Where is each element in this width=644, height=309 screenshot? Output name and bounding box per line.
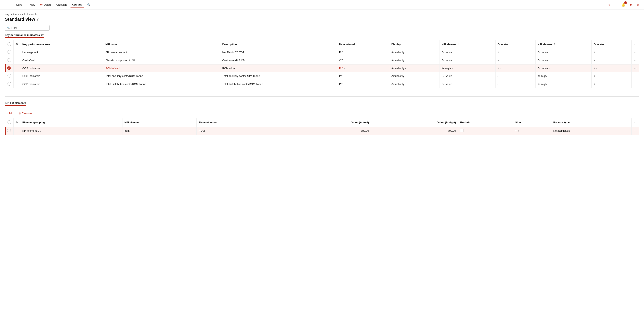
new-icon: + (27, 3, 29, 6)
table-row[interactable]: COS IndicatorsTotal ancillary costs/ROM … (6, 72, 639, 80)
row-operator-2[interactable]: + ∨ (592, 64, 632, 72)
empty-row (6, 88, 639, 96)
row-operator-1: + (495, 48, 535, 56)
row-description: Total ancillary costs/ROM Tonne (220, 72, 337, 80)
refresh-header-icon[interactable]: ↻ (16, 43, 18, 46)
row-kpi-element-1: GL value (440, 72, 496, 80)
elem-row-grouping[interactable]: KPI element 1 ∨ (20, 127, 122, 135)
row-actions-menu[interactable]: ⋯ (632, 56, 639, 64)
list-item[interactable]: KPI element 1 ∨ItemROM780.00700.00+ ∨Not… (6, 127, 639, 135)
row-kpi-element-2: GL value (536, 56, 592, 64)
row-kpi-name: SB Loan covenant (103, 48, 220, 56)
row-description: ROM mined. (220, 64, 337, 72)
save-button[interactable]: ⊞ Save (11, 2, 24, 7)
col-kpiname-header: KPI name (103, 40, 220, 48)
row-kpi-name[interactable]: ROM mined. (103, 64, 220, 72)
row-actions-menu[interactable]: ⋯ (632, 64, 639, 72)
elem-row-select[interactable] (7, 129, 11, 132)
kpi-table: ↻ Key performance area KPI name Descript… (5, 40, 639, 96)
save-icon: ⊞ (13, 3, 15, 6)
elem-col-element-header: KPI element (122, 118, 196, 127)
row-kpi-name-link[interactable]: ROM mined. (106, 67, 120, 70)
row-date-interval: PY (337, 72, 389, 80)
elements-table-wrapper: ↻ Element grouping KPI element Element l… (5, 118, 639, 143)
elem-row-lookup: ROM (196, 127, 288, 135)
table-row[interactable]: Cash CostDiesel costs posted to GLCost f… (6, 56, 639, 64)
page-content: Key performance indicators list Standard… (0, 10, 644, 309)
elem-col-grouping-header: Element grouping (20, 118, 122, 127)
row-select-checkbox[interactable]: ✓ (7, 66, 11, 70)
options-button[interactable]: Options (70, 2, 84, 7)
sign-dropdown[interactable]: ∨ (518, 130, 519, 132)
delete-button[interactable]: 🗑 Delete (38, 2, 54, 7)
kpi-element-1-value: Item qty (442, 67, 451, 70)
add-button[interactable]: + Add (5, 111, 14, 116)
elem-grouping-value: KPI element 1 (22, 129, 39, 132)
row-select-checkbox[interactable] (8, 74, 11, 77)
row-actions-menu[interactable]: ⋯ (632, 72, 639, 80)
row-kpi-element-1[interactable]: Item qty ∨ (440, 64, 496, 72)
table-row[interactable]: COS IndicatorsTotal distribution costs/R… (6, 80, 639, 88)
module-icon[interactable]: ⊟ (613, 2, 619, 8)
calculate-button[interactable]: Calculate (54, 2, 69, 7)
col-select-header (6, 40, 14, 48)
elem-grouping-dropdown[interactable]: ∨ (40, 130, 41, 132)
row-operator-2: + (592, 56, 632, 64)
window-icon[interactable]: ⧉ (635, 2, 641, 8)
diamond-icon[interactable]: ◇ (606, 2, 612, 8)
table-row[interactable]: ✓COS IndicatorsROM mined.ROM mined.PY ∨A… (6, 64, 639, 72)
kpi-elements-section-title-wrapper: KPI list elements (5, 101, 639, 108)
row-date-interval[interactable]: PY ∨ (337, 64, 389, 72)
col-description-header: Description (220, 40, 337, 48)
refresh-icon[interactable]: ↻ (628, 2, 634, 8)
elem-row-sign[interactable]: + ∨ (513, 127, 551, 135)
col-kpa-header: Key performance area (20, 40, 103, 48)
table-row[interactable]: Leverage ratioSB Loan covenantNet Debt /… (6, 48, 639, 56)
new-label: New (30, 3, 35, 6)
back-button[interactable]: ← (3, 2, 10, 7)
filter-box[interactable]: 🔍 (5, 25, 50, 31)
date-interval-dropdown[interactable]: ∨ (344, 67, 345, 70)
row-date-interval: CY (337, 56, 389, 64)
display-dropdown[interactable]: ∨ (405, 67, 406, 70)
elem-col-balancetype-header: Balance type (551, 118, 632, 127)
row-kpi-element-2: Item qty (536, 80, 592, 88)
elem-refresh-header-icon[interactable]: ↻ (16, 121, 18, 124)
elem-select-all-checkbox[interactable] (8, 120, 11, 124)
search-button[interactable]: 🔍 (85, 2, 92, 7)
row-actions-menu[interactable]: ⋯ (632, 48, 639, 56)
kpi-section-title-text: Key performance indicators list (5, 33, 44, 38)
filter-input[interactable] (11, 26, 47, 29)
col-operator2-header: Operator (592, 40, 632, 48)
row-kpa: COS Indicators (20, 80, 103, 88)
elem-col-select-header (6, 118, 14, 127)
col-operator1-header: Operator (495, 40, 535, 48)
row-select-checkbox[interactable] (8, 50, 11, 54)
row-select-checkbox[interactable] (8, 82, 11, 86)
operator-1-dropdown[interactable]: ∨ (500, 67, 501, 70)
remove-button[interactable]: 🗑 Remove (17, 111, 33, 116)
elem-row-refresh (14, 127, 20, 135)
row-kpi-element-2[interactable]: GL value ∨ (536, 64, 592, 72)
row-display[interactable]: Actual only ∨ (389, 64, 439, 72)
options-label: Options (72, 3, 82, 6)
kpi-element-2-dropdown[interactable]: ∨ (549, 67, 550, 70)
chevron-down-icon[interactable]: ∨ (36, 17, 39, 21)
row-actions-menu[interactable]: ⋯ (632, 80, 639, 88)
elem-row-exclude[interactable] (458, 127, 513, 135)
delete-label: Delete (44, 3, 52, 6)
row-operator-1[interactable]: + ∨ (495, 64, 535, 72)
new-button[interactable]: + New (25, 2, 37, 7)
add-icon: + (6, 112, 8, 115)
elements-table: ↻ Element grouping KPI element Element l… (5, 118, 639, 143)
elem-col-refresh-header: ↻ (14, 118, 20, 127)
operator-2-dropdown[interactable]: ∨ (596, 67, 597, 70)
exclude-checkbox[interactable] (460, 129, 464, 132)
select-all-checkbox[interactable] (8, 42, 11, 46)
sign-value: + (515, 129, 517, 132)
kpi-element-1-dropdown[interactable]: ∨ (452, 67, 453, 70)
notification-icon[interactable]: 🔔 0 (620, 2, 626, 8)
col-dateinterval-header: Date interval (337, 40, 389, 48)
elem-row-actions-menu[interactable]: ⋯ (632, 127, 639, 135)
row-select-checkbox[interactable] (8, 58, 11, 62)
